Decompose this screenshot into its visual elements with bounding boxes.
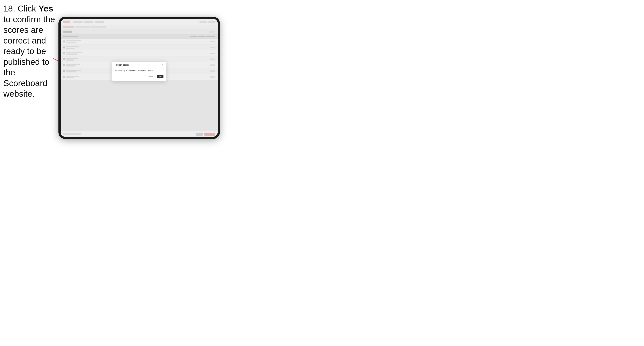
modal-body: Are you ready to publish these scores to… [112,68,166,81]
instruction-prefix: Click [15,4,38,13]
yes-button[interactable]: Yes [157,75,164,78]
instruction-text: 18. Click Yes to confirm the scores are … [3,3,57,99]
modal-close-button[interactable]: × [161,63,164,66]
modal-actions: Cancel Yes [115,75,164,78]
modal-overlay: Publish scores × Are you ready to publis… [61,19,218,137]
app-background: Publish scores × Are you ready to publis… [61,19,218,137]
tablet-device: Publish scores × Are you ready to publis… [58,17,220,139]
instruction-bold: Yes [38,4,53,13]
tablet-screen: Publish scores × Are you ready to publis… [61,19,218,137]
step-number: 18. [3,4,15,13]
cancel-button[interactable]: Cancel [146,75,155,78]
modal-title: Publish scores [115,64,129,66]
modal-message: Are you ready to publish these scores to… [115,70,164,72]
publish-scores-dialog: Publish scores × Are you ready to publis… [112,62,166,81]
instruction-suffix: to confirm the scores are correct and re… [3,14,55,99]
modal-header: Publish scores × [112,62,166,68]
